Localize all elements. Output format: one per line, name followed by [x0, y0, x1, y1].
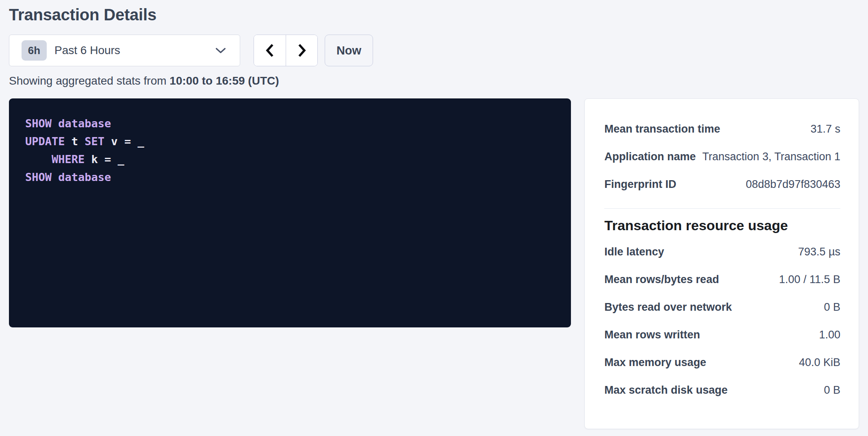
resource-usage-heading: Transaction resource usage [604, 218, 840, 233]
stat-row-mean-rows-written: Mean rows written 1.00 [604, 321, 840, 349]
stat-label: Application name [604, 150, 696, 163]
stat-value: 40.0 KiB [799, 356, 840, 369]
sql-token: t [65, 135, 85, 148]
stat-value: 08d8b7d97f830463 [746, 178, 840, 191]
chevron-right-icon [297, 44, 306, 57]
sql-line: WHERE k = _ [25, 150, 555, 168]
stat-row-idle-latency: Idle latency 793.5 µs [604, 238, 840, 266]
stat-value: 1.00 / 11.5 B [779, 273, 840, 286]
stat-value: 793.5 µs [798, 246, 840, 258]
caption-time-range: 10:00 to 16:59 (UTC) [169, 74, 279, 87]
sql-token: SHOW database [25, 171, 111, 183]
sql-token: WHERE [52, 153, 85, 166]
sql-line: SHOW database [25, 168, 555, 186]
stat-row-mean-transaction-time: Mean transaction time 31.7 s [604, 115, 840, 143]
next-time-button[interactable] [286, 35, 317, 66]
stat-row-mean-rows-bytes-read: Mean rows/bytes read 1.00 / 11.5 B [604, 266, 840, 293]
time-range-picker[interactable]: 6h Past 6 Hours [9, 35, 240, 66]
time-toolbar: 6h Past 6 Hours Now [9, 35, 859, 66]
stat-label: Max memory usage [604, 356, 706, 369]
sql-line: UPDATE t SET v = _ [25, 133, 555, 150]
stat-label: Mean rows/bytes read [604, 273, 719, 286]
caption-prefix: Showing aggregated stats from [9, 74, 169, 87]
transaction-details-panel: Mean transaction time 31.7 s Application… [584, 98, 859, 429]
sql-token: k = _ [85, 153, 124, 166]
prev-time-button[interactable] [254, 35, 286, 66]
panel-divider [604, 208, 840, 209]
stat-label: Max scratch disk usage [604, 384, 727, 397]
time-range-badge: 6h [22, 40, 47, 61]
sql-token: SHOW database [25, 117, 111, 130]
stat-label: Idle latency [604, 246, 664, 258]
sql-token: SET [85, 135, 104, 148]
stat-value: Transaction 3, Transaction 1 [702, 150, 840, 163]
stat-value: 0 B [824, 384, 840, 397]
stat-row-max-memory-usage: Max memory usage 40.0 KiB [604, 349, 840, 376]
sql-line: SHOW database [25, 115, 555, 133]
time-range-label: Past 6 Hours [54, 44, 120, 57]
time-nav-group [254, 35, 318, 66]
sql-token: v = _ [104, 135, 144, 148]
stat-label: Mean rows written [604, 329, 700, 341]
sql-token [25, 153, 52, 166]
main-content: SHOW database UPDATE t SET v = _ WHERE k… [9, 98, 859, 429]
stat-row-max-scratch-disk-usage: Max scratch disk usage 0 B [604, 376, 840, 404]
now-button[interactable]: Now [325, 35, 373, 66]
sql-token: UPDATE [25, 135, 65, 148]
stat-label: Mean transaction time [604, 123, 720, 135]
stat-value: 1.00 [819, 329, 840, 341]
aggregated-stats-caption: Showing aggregated stats from 10:00 to 1… [9, 74, 859, 87]
stat-label: Fingerprint ID [604, 178, 676, 191]
stat-row-fingerprint-id: Fingerprint ID 08d8b7d97f830463 [604, 170, 840, 198]
transaction-details-page: Transaction Details 6h Past 6 Hours Now … [0, 6, 868, 429]
stat-row-application-name: Application name Transaction 3, Transact… [604, 143, 840, 170]
stat-label: Bytes read over network [604, 301, 732, 314]
stat-value: 31.7 s [810, 123, 840, 135]
sql-statement-box: SHOW database UPDATE t SET v = _ WHERE k… [9, 98, 571, 327]
stat-row-bytes-read-over-network: Bytes read over network 0 B [604, 293, 840, 321]
chevron-left-icon [265, 44, 274, 57]
chevron-down-icon [215, 48, 226, 54]
page-title: Transaction Details [9, 6, 859, 24]
stat-value: 0 B [824, 301, 840, 314]
